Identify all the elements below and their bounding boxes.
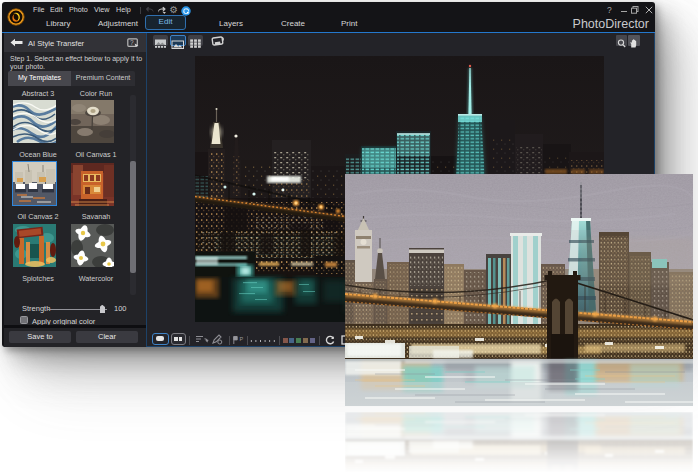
svg-text:P: P [240,336,244,342]
svg-text:?: ? [130,38,134,45]
